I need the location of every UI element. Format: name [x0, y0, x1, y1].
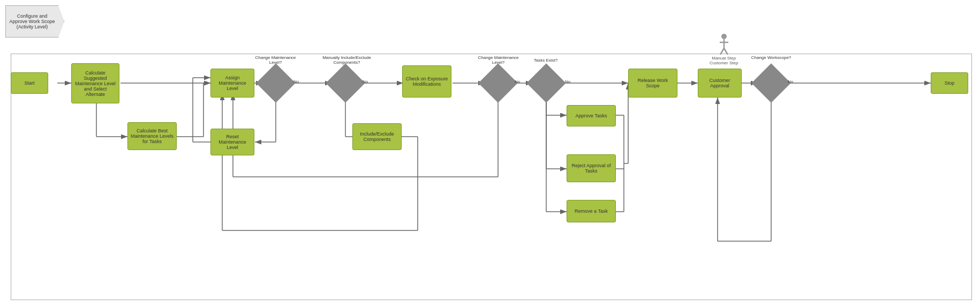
release-ws-box: Release Work Scope [628, 69, 677, 98]
remove-task-box: Remove a Task [567, 200, 616, 222]
customer-approval-label: Customer Approval [700, 78, 739, 88]
reset-ml-label: Reset Maintenance Level [213, 134, 252, 150]
check-exposure-box: Check on Exposure Modifications [402, 65, 451, 98]
no-label-5: No [788, 79, 793, 84]
approve-tasks-box: Approve Tasks [567, 105, 616, 126]
start-box: Start [11, 72, 48, 94]
manual-step-icon: Manual Step Customer Step [710, 33, 738, 65]
include-exclude-label: Include/Exclude Components [355, 131, 399, 142]
remove-task-label: Remove a Task [575, 208, 608, 214]
calc-best-box: Calculate Best Maintenance Levels for Ta… [127, 122, 177, 150]
person-svg [718, 33, 730, 55]
approve-tasks-label: Approve Tasks [576, 113, 607, 118]
calc-best-label: Calculate Best Maintenance Levels for Ta… [130, 128, 174, 144]
stop-label: Stop [945, 80, 955, 86]
reject-tasks-box: Reject Approval of Tasks [567, 154, 616, 182]
start-label: Start [24, 80, 34, 86]
no-label-3: No [515, 79, 520, 84]
calc-suggested-box: Calculate Suggested Maintenance Level an… [71, 63, 119, 103]
arrows-svg [0, 0, 980, 306]
customer-approval-box: Customer Approval [698, 69, 742, 98]
svg-line-49 [720, 48, 724, 55]
diagram-container: Configure and Approve Work Scope (Activi… [0, 0, 980, 306]
reject-tasks-label: Reject Approval of Tasks [569, 163, 613, 174]
no-label-1: No [293, 79, 299, 84]
header-label: Configure and Approve Work Scope (Activi… [9, 13, 56, 29]
stop-box: Stop [931, 72, 968, 94]
check-exposure-label: Check on Exposure Modifications [405, 76, 449, 87]
no-label-2: No [363, 79, 368, 84]
svg-line-50 [724, 48, 728, 55]
no-label-4: No [565, 79, 570, 84]
header-shape: Configure and Approve Work Scope (Activi… [5, 5, 64, 38]
reset-ml-box: Reset Maintenance Level [210, 129, 254, 155]
release-ws-label: Release Work Scope [631, 78, 675, 88]
svg-point-46 [721, 34, 727, 39]
assign-ml-label: Assign Maintenance Level [213, 75, 252, 91]
assign-ml-box: Assign Maintenance Level [210, 69, 254, 98]
manual-step-label: Manual Step Customer Step [710, 56, 738, 65]
include-exclude-box: Include/Exclude Components [352, 123, 402, 150]
calc-suggested-label: Calculate Suggested Maintenance Level an… [74, 70, 117, 97]
